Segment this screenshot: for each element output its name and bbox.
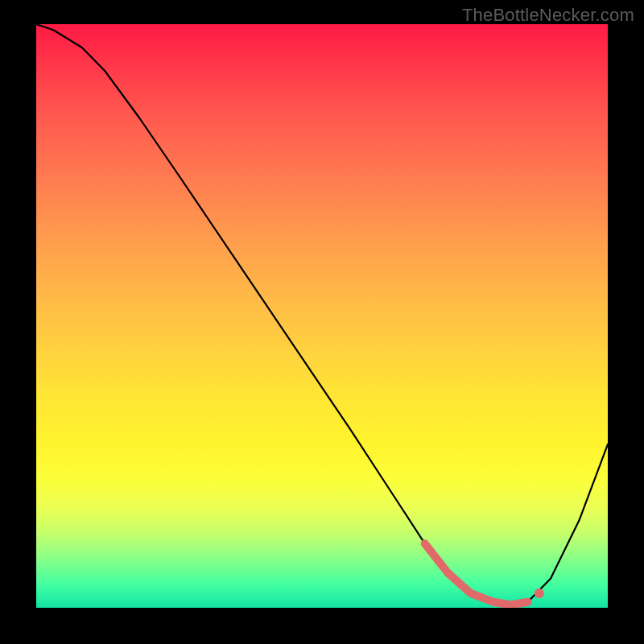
curve-line bbox=[36, 24, 608, 605]
chart-frame: TheBottleNecker.com bbox=[0, 0, 644, 644]
bottom-marker bbox=[425, 543, 528, 605]
watermark-label: TheBottleNecker.com bbox=[462, 5, 634, 26]
plot-area bbox=[36, 24, 608, 608]
marker-dot bbox=[535, 588, 544, 598]
chart-svg bbox=[36, 24, 608, 608]
